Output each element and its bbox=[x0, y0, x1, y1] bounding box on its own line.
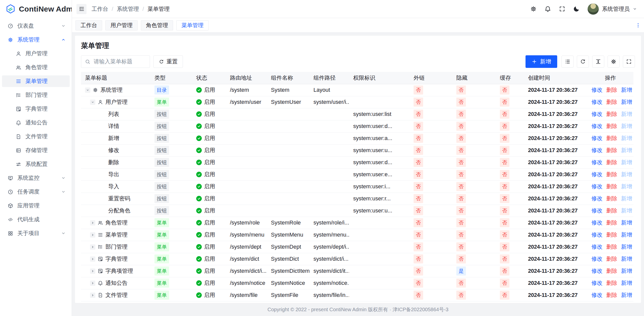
add-action[interactable]: 新增 bbox=[621, 231, 632, 239]
delete-action[interactable]: 删除 bbox=[606, 98, 617, 106]
cell-permission bbox=[349, 96, 410, 108]
sidebar-item-storage[interactable]: 存储管理 bbox=[2, 145, 70, 156]
reset-button[interactable]: 重置 bbox=[153, 55, 183, 68]
delete-action[interactable]: 删除 bbox=[606, 231, 617, 239]
cell-title: 文件管理 bbox=[81, 289, 150, 301]
collapse-sidebar-button[interactable] bbox=[76, 4, 87, 14]
tab-menu-manage[interactable]: 菜单管理 bbox=[176, 20, 209, 30]
edit-action[interactable]: 修改 bbox=[591, 267, 602, 275]
edit-action[interactable]: 修改 bbox=[591, 183, 602, 190]
delete-action[interactable]: 删除 bbox=[606, 255, 617, 263]
settings-button[interactable] bbox=[530, 6, 537, 12]
sidebar-item-dept[interactable]: 部门管理 bbox=[2, 89, 70, 101]
edit-action[interactable]: 修改 bbox=[591, 291, 602, 299]
add-button[interactable]: 新增 bbox=[526, 55, 557, 68]
add-action[interactable]: 新增 bbox=[621, 279, 632, 287]
delete-action[interactable]: 删除 bbox=[606, 122, 617, 130]
delete-action[interactable]: 删除 bbox=[606, 147, 617, 154]
edit-action[interactable]: 修改 bbox=[591, 159, 602, 166]
add-action[interactable]: 新增 bbox=[621, 255, 632, 263]
edit-action[interactable]: 修改 bbox=[591, 147, 602, 154]
delete-action[interactable]: 删除 bbox=[606, 207, 617, 214]
status-label: 启用 bbox=[204, 183, 215, 190]
list-view-button[interactable] bbox=[561, 56, 574, 68]
delete-action[interactable]: 删除 bbox=[606, 279, 617, 287]
delete-action[interactable]: 删除 bbox=[606, 219, 617, 227]
add-action[interactable]: 新增 bbox=[621, 219, 632, 227]
sidebar-item-system[interactable]: 系统管理 bbox=[2, 34, 70, 46]
sidebar-item-app-manage[interactable]: 应用管理 bbox=[2, 200, 70, 211]
row-expander[interactable] bbox=[85, 87, 90, 93]
edit-action[interactable]: 修改 bbox=[591, 110, 602, 118]
add-action[interactable]: 新增 bbox=[621, 267, 632, 275]
row-density-button[interactable] bbox=[592, 56, 604, 68]
edit-action[interactable]: 修改 bbox=[591, 134, 602, 142]
row-expander[interactable] bbox=[90, 244, 95, 250]
sidebar-item-monitor[interactable]: 系统监控 bbox=[2, 172, 70, 184]
notifications-button[interactable] bbox=[544, 6, 551, 12]
add-action[interactable]: 新增 bbox=[621, 291, 632, 299]
delete-action[interactable]: 删除 bbox=[606, 86, 617, 94]
dark-mode-button[interactable] bbox=[573, 6, 580, 12]
edit-action[interactable]: 修改 bbox=[591, 231, 602, 239]
edit-action[interactable]: 修改 bbox=[591, 98, 602, 106]
sidebar-item-file[interactable]: 文件管理 bbox=[2, 131, 70, 142]
delete-action[interactable]: 删除 bbox=[606, 183, 617, 190]
sidebar-item-dashboard[interactable]: 仪表盘 bbox=[2, 20, 70, 32]
status-label: 启用 bbox=[204, 279, 215, 287]
delete-action[interactable]: 删除 bbox=[606, 159, 617, 166]
tab-more-button[interactable] bbox=[635, 22, 641, 28]
table-fullscreen-button[interactable] bbox=[623, 56, 635, 68]
tab-workbench[interactable]: 工作台 bbox=[75, 20, 102, 30]
delete-action[interactable]: 删除 bbox=[606, 243, 617, 251]
app-logo[interactable]: ContiNew Admin bbox=[0, 0, 72, 18]
edit-action[interactable]: 修改 bbox=[591, 255, 602, 263]
delete-action[interactable]: 删除 bbox=[606, 267, 617, 275]
sidebar-item-dict[interactable]: 字典管理 bbox=[2, 103, 70, 115]
sidebar-item-role[interactable]: 角色管理 bbox=[2, 62, 70, 73]
edit-action[interactable]: 修改 bbox=[591, 122, 602, 130]
edit-action[interactable]: 修改 bbox=[591, 86, 602, 94]
search-input[interactable] bbox=[93, 58, 146, 65]
delete-action[interactable]: 删除 bbox=[606, 134, 617, 142]
row-expander[interactable] bbox=[90, 232, 95, 238]
row-expander[interactable] bbox=[90, 268, 95, 274]
sidebar-item-menu[interactable]: 菜单管理 bbox=[2, 75, 70, 87]
sidebar-item-codegen[interactable]: 代码生成 bbox=[2, 214, 70, 225]
cell-type: 按钮 bbox=[150, 205, 192, 217]
delete-action[interactable]: 删除 bbox=[606, 110, 617, 118]
cell-hidden: 否 bbox=[452, 168, 496, 180]
add-action[interactable]: 新增 bbox=[621, 86, 632, 94]
row-expander[interactable] bbox=[90, 281, 95, 286]
fullscreen-button[interactable] bbox=[559, 6, 566, 12]
column-settings-button[interactable] bbox=[608, 56, 620, 68]
edit-action[interactable]: 修改 bbox=[591, 243, 602, 251]
tab-user-manage[interactable]: 用户管理 bbox=[105, 20, 138, 30]
tab-role-manage[interactable]: 角色管理 bbox=[141, 20, 173, 30]
add-action[interactable]: 新增 bbox=[621, 243, 632, 251]
user-menu[interactable]: 系统管理员 bbox=[587, 3, 637, 15]
edit-action[interactable]: 修改 bbox=[591, 195, 602, 202]
row-expander[interactable] bbox=[90, 220, 95, 225]
row-expander[interactable] bbox=[90, 100, 95, 105]
sidebar-item-schedule[interactable]: 任务调度 bbox=[2, 186, 70, 198]
breadcrumb-item-workbench[interactable]: 工作台 bbox=[92, 5, 108, 13]
sidebar-item-about[interactable]: 关于项目 bbox=[2, 228, 70, 239]
edit-action[interactable]: 修改 bbox=[591, 171, 602, 178]
breadcrumb-item-system[interactable]: 系统管理 bbox=[117, 5, 139, 13]
delete-action[interactable]: 删除 bbox=[606, 195, 617, 202]
delete-action[interactable]: 删除 bbox=[606, 171, 617, 178]
edit-action[interactable]: 修改 bbox=[591, 279, 602, 287]
edit-action[interactable]: 修改 bbox=[591, 207, 602, 214]
edit-action[interactable]: 修改 bbox=[591, 219, 602, 227]
cache-badge: 否 bbox=[500, 122, 509, 131]
sidebar-item-config[interactable]: 系统配置 bbox=[2, 158, 70, 170]
row-expander[interactable] bbox=[90, 256, 95, 262]
delete-action[interactable]: 删除 bbox=[606, 291, 617, 299]
row-expander[interactable] bbox=[90, 293, 95, 298]
refresh-table-button[interactable] bbox=[577, 56, 589, 68]
add-action[interactable]: 新增 bbox=[621, 98, 632, 106]
sidebar-item-notice[interactable]: 通知公告 bbox=[2, 117, 70, 128]
search-box[interactable] bbox=[81, 55, 150, 68]
sidebar-item-user[interactable]: 用户管理 bbox=[2, 48, 70, 59]
